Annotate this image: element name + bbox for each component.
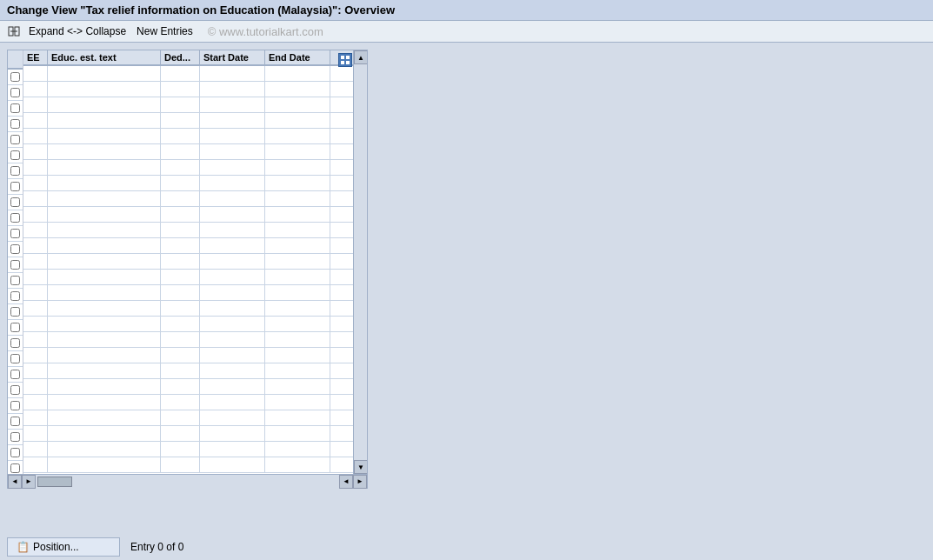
- expand-collapse-button[interactable]: Expand <-> Collapse: [26, 24, 129, 38]
- row-checkbox[interactable]: [10, 244, 20, 254]
- table-row[interactable]: [23, 332, 353, 348]
- row-checkbox[interactable]: [10, 307, 20, 317]
- table-row[interactable]: [23, 97, 353, 113]
- row-checkbox-cell[interactable]: [8, 336, 23, 351]
- table-row[interactable]: [23, 238, 353, 254]
- row-checkbox[interactable]: [10, 276, 20, 285]
- table-row[interactable]: [23, 223, 353, 238]
- row-checkbox[interactable]: [10, 448, 20, 457]
- row-checkbox-cell[interactable]: [8, 257, 23, 273]
- row-checkbox[interactable]: [10, 432, 20, 442]
- row-checkbox-cell[interactable]: [8, 320, 23, 336]
- row-checkbox[interactable]: [10, 260, 20, 270]
- row-checkbox-cell[interactable]: [8, 445, 23, 461]
- table-cell: [265, 348, 330, 363]
- grid-body[interactable]: [23, 66, 353, 474]
- table-row[interactable]: [23, 395, 353, 410]
- table-row[interactable]: [23, 410, 353, 426]
- table-row[interactable]: [23, 301, 353, 317]
- table-row[interactable]: [23, 254, 353, 270]
- row-checkbox-cell[interactable]: [8, 101, 23, 117]
- row-checkbox[interactable]: [10, 213, 20, 223]
- row-checkbox[interactable]: [10, 338, 20, 348]
- row-checkbox-cell[interactable]: [8, 414, 23, 430]
- row-checkbox[interactable]: [10, 354, 20, 363]
- table-row[interactable]: [23, 66, 353, 82]
- row-checkbox[interactable]: [10, 385, 20, 395]
- row-checkbox-cell[interactable]: [8, 132, 23, 148]
- row-checkbox-cell[interactable]: [8, 117, 23, 132]
- table-row[interactable]: [23, 129, 353, 144]
- row-checkbox-cell[interactable]: [8, 367, 23, 383]
- row-checkbox[interactable]: [10, 182, 20, 191]
- table-cell: [161, 317, 200, 331]
- row-checkbox[interactable]: [10, 463, 20, 473]
- row-checkbox-cell[interactable]: [8, 351, 23, 367]
- table-cell: [23, 82, 48, 97]
- row-checkbox[interactable]: [10, 291, 20, 301]
- scroll-right-button[interactable]: ►: [22, 475, 36, 489]
- scroll-end-right-button[interactable]: ►: [353, 475, 367, 489]
- table-row[interactable]: [23, 270, 353, 285]
- row-checkbox-cell[interactable]: [8, 226, 23, 242]
- row-checkbox-cell[interactable]: [8, 163, 23, 179]
- table-row[interactable]: [23, 379, 353, 395]
- horiz-scroll-thumb[interactable]: [37, 477, 72, 487]
- column-resize-icon[interactable]: [338, 53, 352, 67]
- row-checkbox[interactable]: [10, 103, 20, 113]
- table-row[interactable]: [23, 457, 353, 473]
- table-row[interactable]: [23, 285, 353, 301]
- row-checkbox-cell[interactable]: [8, 273, 23, 289]
- scroll-down-button[interactable]: ▼: [354, 460, 367, 474]
- table-row[interactable]: [23, 442, 353, 457]
- row-checkbox[interactable]: [10, 401, 20, 410]
- row-checkbox-cell[interactable]: [8, 179, 23, 195]
- row-checkbox[interactable]: [10, 150, 20, 160]
- row-checkbox-cell[interactable]: [8, 430, 23, 445]
- position-button[interactable]: 📋 Position...: [7, 537, 120, 557]
- table-row[interactable]: [23, 317, 353, 332]
- row-checkbox-cell[interactable]: [8, 70, 23, 85]
- row-checkbox[interactable]: [10, 370, 20, 379]
- table-cell: [48, 410, 161, 425]
- table-cell: [200, 129, 265, 143]
- scroll-up-button[interactable]: ▲: [354, 50, 367, 64]
- row-checkbox-cell[interactable]: [8, 398, 23, 414]
- row-checkbox-cell[interactable]: [8, 461, 23, 474]
- table-row[interactable]: [23, 191, 353, 207]
- table-row[interactable]: [23, 144, 353, 160]
- table-row[interactable]: [23, 113, 353, 129]
- row-checkbox[interactable]: [10, 229, 20, 238]
- row-checkbox[interactable]: [10, 88, 20, 97]
- horiz-scroll-track[interactable]: [36, 475, 339, 489]
- row-checkbox-cell[interactable]: [8, 304, 23, 320]
- row-checkbox[interactable]: [10, 72, 20, 82]
- table-row[interactable]: [23, 207, 353, 223]
- row-checkbox[interactable]: [10, 166, 20, 176]
- row-checkbox[interactable]: [10, 197, 20, 207]
- scroll-left-button[interactable]: ◄: [8, 475, 22, 489]
- row-checkbox-cell[interactable]: [8, 210, 23, 226]
- table-row[interactable]: [23, 82, 353, 97]
- scroll-end-left-button[interactable]: ◄: [339, 475, 353, 489]
- row-checkbox[interactable]: [10, 119, 20, 129]
- row-checkbox[interactable]: [10, 417, 20, 426]
- scroll-track[interactable]: [354, 64, 367, 460]
- row-checkbox[interactable]: [10, 323, 20, 332]
- table-row[interactable]: [23, 176, 353, 191]
- title-bar: Change View "Tax relief information on E…: [0, 0, 933, 21]
- row-checkbox-cell[interactable]: [8, 289, 23, 304]
- table-cell: [161, 160, 200, 175]
- row-checkbox-cell[interactable]: [8, 148, 23, 163]
- table-row[interactable]: [23, 160, 353, 176]
- table-row[interactable]: [23, 348, 353, 363]
- row-checkbox-cell[interactable]: [8, 383, 23, 398]
- row-checkbox[interactable]: [10, 135, 20, 144]
- table-row[interactable]: [23, 426, 353, 442]
- table-cell: [23, 254, 48, 269]
- row-checkbox-cell[interactable]: [8, 85, 23, 101]
- new-entries-button[interactable]: New Entries: [134, 24, 196, 38]
- row-checkbox-cell[interactable]: [8, 242, 23, 257]
- table-row[interactable]: [23, 363, 353, 379]
- row-checkbox-cell[interactable]: [8, 195, 23, 210]
